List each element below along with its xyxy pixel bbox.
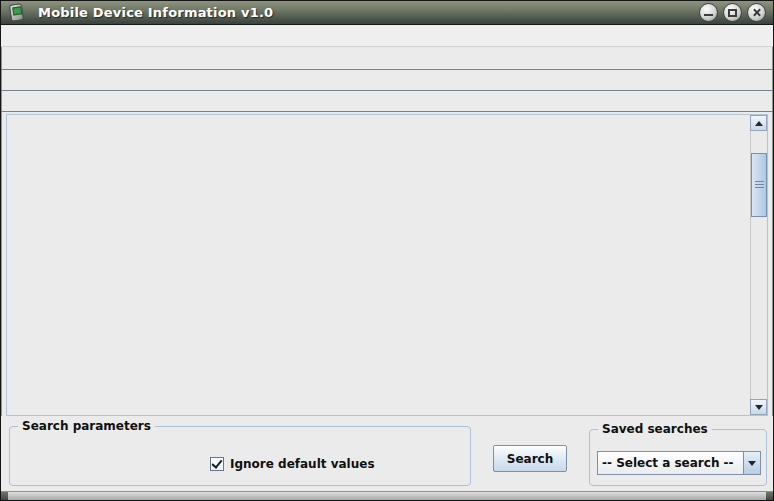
scroll-down-button[interactable] [750,399,767,415]
menu-bar [1,25,773,47]
search-parameters-group: Search parameters Ignore default values [9,426,471,486]
scrollbar-thumb[interactable] [751,153,767,217]
close-icon [751,7,762,18]
scrollbar-track[interactable] [750,131,767,399]
status-resize-bar[interactable] [1,491,773,500]
chevron-up-icon [755,121,763,126]
criteria-form [7,115,750,117]
thumb-grip-icon [755,181,764,189]
bottom-panel: Search parameters Ignore default values … [1,416,773,491]
mobile-phone-icon [9,3,24,22]
search-button[interactable]: Search [493,445,567,472]
maximize-button[interactable] [723,3,742,22]
combo-arrow-button[interactable] [743,452,760,474]
chevron-down-icon [748,461,756,466]
checkbox-label: Ignore default values [230,457,375,471]
saved-search-combo[interactable]: -- Select a search -- [597,451,761,475]
chevron-down-icon [755,405,763,410]
ignore-defaults-option[interactable]: Ignore default values [210,457,375,471]
saved-searches-group: Saved searches -- Select a search -- [589,429,767,486]
combo-selected-value: -- Select a search -- [598,452,743,474]
main-tab-strip [1,47,773,70]
minimize-button[interactable] [699,3,718,22]
form-viewport [7,115,750,415]
close-button[interactable] [747,3,766,22]
search-criteria-scrollpane [6,114,768,416]
group-title: Search parameters [18,419,155,433]
app-window: Mobile Device Information v1.0 Search pa [0,0,774,501]
group-title: Saved searches [598,422,712,436]
window-controls [699,3,766,22]
title-bar[interactable]: Mobile Device Information v1.0 [1,1,773,25]
scroll-up-button[interactable] [750,115,767,131]
ignore-defaults-checkbox[interactable] [210,457,224,471]
window-title: Mobile Device Information v1.0 [38,5,273,20]
sub-tab-strip-row1 [1,70,773,91]
sub-tab-strip-row2 [1,91,773,112]
vertical-scrollbar[interactable] [750,115,767,415]
minimize-icon [704,14,713,16]
maximize-icon [728,9,737,17]
